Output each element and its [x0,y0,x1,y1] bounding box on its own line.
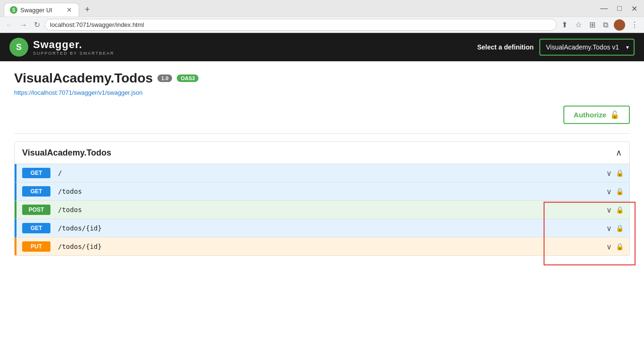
tab-favicon: S [10,6,17,14]
maximize-button[interactable]: □ [614,3,625,14]
endpoint-path: /todos/{id} [58,243,606,250]
chevron-down-icon: ∨ [606,242,612,251]
tab-title: Swagger UI [20,7,63,14]
address-actions: ⬆ ☆ ⊞ ⧉ ⋮ [560,19,640,31]
api-title-row: VisualAcademy.Todos 1.0 OAS3 [14,71,630,86]
new-tab-button[interactable]: + [81,3,94,16]
endpoint-row[interactable]: PUT /todos/{id} ∨ 🔒 [15,238,629,255]
method-badge: POST [22,205,50,215]
lock-icon: 🔓 [610,110,619,119]
chevron-down-icon: ∨ [606,187,612,196]
endpoints-list: GET / ∨ 🔒 GET /todos ∨ 🔒 POST /todos ∨ 🔒… [15,164,629,255]
menu-icon[interactable]: ⋮ [629,19,640,30]
split-view-icon[interactable]: ⧉ [601,20,610,30]
endpoint-row[interactable]: GET /todos ∨ 🔒 [15,182,629,201]
endpoint-row[interactable]: GET / ∨ 🔒 [15,164,629,182]
method-badge: GET [22,168,50,178]
swagger-logo: S Swagger. SUPPORTED BY SMARTBEAR [9,38,115,57]
tab-close-button[interactable]: ✕ [66,6,73,14]
browser-tab[interactable]: S Swagger UI ✕ [4,3,79,16]
endpoint-actions: ∨ 🔒 [606,224,624,233]
authorize-button[interactable]: Authorize 🔓 [563,106,630,124]
swagger-logo-text: Swagger. SUPPORTED BY SMARTBEAR [33,39,115,56]
endpoint-path: /todos [58,206,606,214]
extensions-icon[interactable]: ⊞ [587,19,597,30]
endpoint-actions: ∨ 🔒 [606,187,624,196]
endpoint-row[interactable]: GET /todos/{id} ∨ 🔒 [15,219,629,238]
version-badge: 1.0 [157,74,172,82]
section-header[interactable]: VisualAcademy.Todos ∧ [15,142,629,164]
endpoint-actions: ∨ 🔒 [606,206,624,214]
chevron-down-icon: ∨ [606,169,612,178]
bookmark-icon[interactable]: ☆ [573,19,584,30]
section-collapse-icon: ∧ [616,148,622,158]
forward-button[interactable]: → [18,20,29,30]
definition-label: Select a definition [477,43,534,51]
window-controls: — □ ✕ [597,3,640,16]
chevron-down-icon: ∨ [606,206,612,214]
swagger-logo-sub: SUPPORTED BY SMARTBEAR [33,51,115,56]
address-bar: ← → ↻ ⬆ ☆ ⊞ ⧉ ⋮ [0,16,644,33]
section-title: VisualAcademy.Todos [22,148,111,158]
definition-select-wrapper: VisualAcademy.Todos v1 [539,39,635,56]
swagger-logo-icon: S [9,38,28,57]
lock-icon: 🔒 [616,169,624,177]
definition-select[interactable]: VisualAcademy.Todos v1 [539,39,635,56]
profile-avatar[interactable] [614,19,625,31]
method-badge: GET [22,186,50,197]
close-button[interactable]: ✕ [628,3,640,14]
endpoint-row[interactable]: POST /todos ∨ 🔒 [15,201,629,219]
endpoint-path: /todos/{id} [58,224,606,232]
endpoint-path: /todos [58,188,606,195]
swagger-definition: Select a definition VisualAcademy.Todos … [477,39,635,56]
oas-badge: OAS3 [177,74,198,82]
swagger-logo-main: Swagger. [33,39,115,51]
share-icon[interactable]: ⬆ [560,19,570,30]
endpoint-actions: ∨ 🔒 [606,242,624,251]
endpoint-actions: ∨ 🔒 [606,169,624,178]
method-badge: PUT [22,241,50,252]
tab-bar: S Swagger UI ✕ + — □ ✕ [0,0,644,16]
back-button[interactable]: ← [4,20,15,30]
lock-icon: 🔒 [616,243,624,250]
api-section: VisualAcademy.Todos ∧ GET / ∨ 🔒 GET /tod… [14,141,630,256]
endpoint-path: / [58,169,606,177]
address-input[interactable] [45,19,557,31]
swagger-main-content: VisualAcademy.Todos 1.0 OAS3 https://loc… [0,61,644,265]
lock-icon: 🔒 [616,188,624,195]
method-badge: GET [22,223,50,233]
browser-chrome: S Swagger UI ✕ + — □ ✕ ← → ↻ ⬆ ☆ ⊞ ⧉ ⋮ [0,0,644,33]
swagger-header: S Swagger. SUPPORTED BY SMARTBEAR Select… [0,33,644,61]
swagger-json-link[interactable]: https://localhost:7071/swagger/v1/swagge… [14,89,142,96]
authorize-label: Authorize [574,111,606,119]
api-title: VisualAcademy.Todos [14,71,153,86]
lock-icon: 🔒 [616,224,624,232]
refresh-button[interactable]: ↻ [32,19,42,30]
minimize-button[interactable]: — [597,3,611,14]
authorize-area: Authorize 🔓 [14,106,630,124]
chevron-down-icon: ∨ [606,224,612,233]
api-title-area: VisualAcademy.Todos 1.0 OAS3 https://loc… [14,71,630,96]
lock-icon: 🔒 [616,206,624,214]
